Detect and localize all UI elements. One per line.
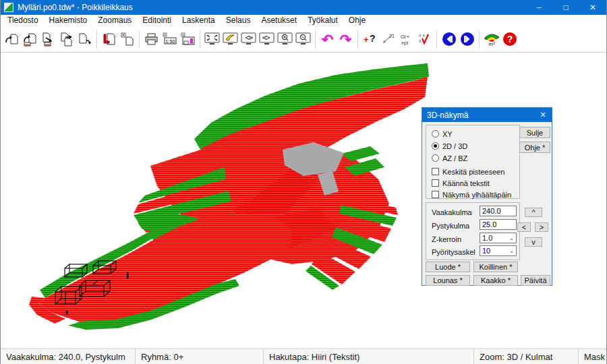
- vaakakulma-input[interactable]: [480, 206, 517, 216]
- check-xyz-icon[interactable]: x xx: [415, 30, 434, 49]
- svg-text:?: ?: [370, 33, 376, 44]
- print-icon[interactable]: [142, 30, 161, 49]
- radio-circle-checked[interactable]: [432, 142, 439, 150]
- toolbar-separator: [139, 30, 140, 49]
- help-icon[interactable]: ?: [500, 30, 519, 49]
- zoom-in-icon[interactable]: [276, 30, 294, 49]
- menu-hakemisto[interactable]: Hakemisto: [44, 15, 93, 26]
- checkbox-center-to-point[interactable]: Keskitä pisteeseen: [432, 167, 504, 176]
- zoom-free-icon[interactable]: [221, 30, 239, 49]
- svg-text:O/+: O/+: [401, 34, 409, 40]
- kaakko-button[interactable]: Kaakko *: [473, 275, 518, 286]
- vaakakulma-label: Vaakakulma: [432, 208, 472, 216]
- chevron-down-icon[interactable]: ⌄: [507, 247, 516, 254]
- sheet-frame-icon[interactable]: [179, 30, 197, 49]
- svg-text:xyz: xyz: [401, 40, 409, 46]
- open-file-add-icon[interactable]: [21, 30, 39, 49]
- z-kerroin-combo[interactable]: 1.0 ⌄: [480, 233, 517, 243]
- lounas-button[interactable]: Lounas *: [426, 275, 470, 286]
- combo-value: 10: [480, 247, 507, 255]
- menu-tiedosto[interactable]: Tiedosto: [2, 15, 44, 26]
- radio-label: AZ / BZ: [442, 154, 467, 162]
- rotate-right-button[interactable]: >: [535, 222, 548, 232]
- dialog-title-bar[interactable]: 3D-näkymä ✕: [422, 108, 552, 122]
- status-mask: Mask: [579, 349, 606, 364]
- status-group: Ryhmä: 0+: [136, 349, 264, 364]
- redo-icon[interactable]: ↷: [337, 30, 355, 49]
- checkbox-box[interactable]: [432, 168, 439, 175]
- menu-editointi[interactable]: Editointi: [137, 15, 177, 26]
- combo-value: 1.0: [480, 234, 507, 242]
- tick-mark: [66, 310, 68, 315]
- pystykulma-input[interactable]: [480, 219, 517, 230]
- close-button[interactable]: ✕: [579, 0, 606, 15]
- open-file-icon[interactable]: [3, 30, 21, 49]
- svg-text:x: x: [419, 38, 422, 43]
- scale-1-50-icon[interactable]: 1:50: [161, 30, 179, 49]
- chevron-down-icon[interactable]: ⌄: [507, 235, 516, 241]
- koillinen-button[interactable]: Koillinen *: [473, 262, 518, 272]
- menu-zoomaus[interactable]: Zoomaus: [92, 15, 137, 26]
- append-file-icon[interactable]: [76, 30, 94, 49]
- prev-section-icon[interactable]: [440, 30, 458, 49]
- checkbox-box[interactable]: [432, 179, 439, 187]
- next-section-icon[interactable]: [458, 30, 476, 49]
- toolbar-separator: [96, 30, 97, 49]
- luode-button[interactable]: Luode *: [426, 262, 470, 272]
- dialog-close-icon[interactable]: ✕: [534, 111, 552, 119]
- new-page-icon[interactable]: [118, 30, 136, 49]
- rotate-up-button[interactable]: ^: [525, 208, 542, 217]
- sulje-button[interactable]: Sulje: [519, 127, 550, 138]
- rotate-down-button[interactable]: v: [525, 237, 542, 247]
- menu-selaus[interactable]: Selaus: [221, 15, 256, 26]
- checkbox-label: Käännä tekstit: [442, 179, 490, 187]
- radio-circle[interactable]: [432, 154, 439, 162]
- toolbar-separator: [315, 30, 316, 49]
- pan-right-icon[interactable]: [258, 30, 276, 49]
- maximize-button[interactable]: □: [552, 0, 579, 15]
- format-page-icon[interactable]: [100, 30, 118, 49]
- svg-text:m³: m³: [488, 41, 495, 47]
- checkbox-rotate-texts[interactable]: Käännä tekstit: [432, 179, 490, 187]
- radio-2d-3d[interactable]: 2D / 3D: [432, 142, 467, 150]
- point-xyz-icon[interactable]: O/+xyz: [397, 30, 415, 49]
- dialog-3d-view: 3D-näkymä ✕ XY 2D / 3D AZ / BZ: [422, 107, 552, 286]
- app-icon: [4, 3, 13, 12]
- menu-asetukset[interactable]: Asetukset: [256, 15, 302, 26]
- ohje-button[interactable]: Ohje *: [519, 142, 550, 153]
- radio-label: 2D / 3D: [442, 142, 467, 150]
- save-file-icon[interactable]: [39, 30, 57, 49]
- drawing-area[interactable]: 3D-näkymä ✕ XY 2D / 3D AZ / BZ: [1, 53, 606, 348]
- status-search: Hakutapa: Hiiri (Tekstit): [264, 349, 474, 364]
- toolbar-separator: [436, 30, 437, 49]
- radio-xy[interactable]: XY: [432, 129, 453, 138]
- pyoritysaskel-label: Pyöritysaskel: [432, 248, 475, 256]
- svg-text:?: ?: [507, 34, 513, 44]
- toolbar-separator: [479, 30, 480, 49]
- point-number-icon[interactable]: x21: [379, 30, 397, 49]
- pyoritysaskel-combo[interactable]: 10 ⌄: [480, 245, 517, 256]
- radio-label: XY: [442, 130, 453, 138]
- volume-m3-icon[interactable]: m³: [482, 30, 500, 49]
- radio-az-bz[interactable]: AZ / BZ: [432, 154, 467, 162]
- radio-circle[interactable]: [432, 130, 439, 138]
- checkbox-box[interactable]: [432, 191, 439, 198]
- dialog-title: 3D-näkymä: [427, 111, 468, 120]
- find-point-icon[interactable]: +?: [361, 30, 379, 49]
- rotate-left-button[interactable]: <: [517, 222, 531, 232]
- paivita-button[interactable]: Päivitä: [521, 275, 550, 286]
- zoom-fit-icon[interactable]: [203, 30, 221, 49]
- checkbox-label: Näkymä ylhäältäpäin: [442, 191, 511, 199]
- pystykulma-label: Pystykulma: [432, 222, 469, 230]
- menu-ohje[interactable]: Ohje: [343, 15, 371, 26]
- checkbox-view-from-above[interactable]: Näkymä ylhäältäpäin: [432, 190, 511, 199]
- menu-tyokalut[interactable]: Työkalut: [302, 15, 343, 26]
- minimize-button[interactable]: –: [525, 0, 552, 15]
- pan-left-icon[interactable]: [239, 30, 258, 49]
- menu-laskenta[interactable]: Laskenta: [177, 15, 221, 26]
- undo-icon[interactable]: ↶: [318, 30, 337, 49]
- svg-text:x: x: [383, 39, 386, 44]
- zoom-out-icon[interactable]: [294, 30, 312, 49]
- copy-file-icon[interactable]: [57, 30, 76, 49]
- app-window: Mylläri.po0.tdw* - Poikkileikkaus – □ ✕ …: [0, 0, 607, 364]
